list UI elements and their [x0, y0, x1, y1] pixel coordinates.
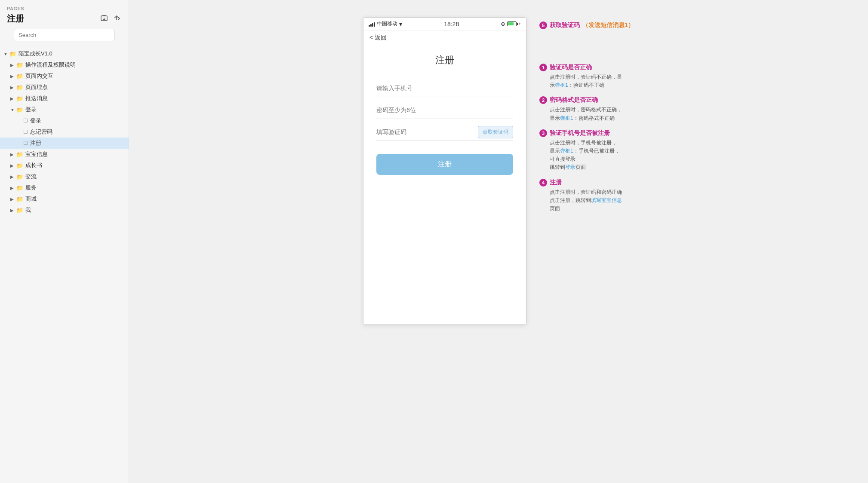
folder-icon: 📁 — [16, 84, 23, 91]
tree-arrow: ▼ — [10, 107, 16, 112]
tree-item-label: 操作流程及权限说明 — [25, 61, 129, 69]
tree-item-label: 商城 — [25, 195, 129, 203]
annotation-3-body: 点击注册时，手机号被注册， 显示弹框1：手机号已被注册， 可直接登录 跳转到登录… — [539, 139, 634, 172]
annotation-2: 2 密码格式是否正确 点击注册时，密码格式不正确， 显示弹框1：密码格式不正确 — [539, 96, 634, 122]
sidebar-item-root[interactable]: ▼ 📁 陪宝成长V1.0 — [0, 48, 129, 59]
annotation-2-circle: 2 — [539, 96, 547, 104]
annotation-3-link1[interactable]: 弹框1 — [560, 148, 573, 154]
page-icon: ☐ — [23, 140, 28, 146]
sidebar-title-row: 注册 — [7, 13, 122, 24]
folder-icon: 📁 — [16, 73, 23, 79]
annotation-4-link1[interactable]: 填写宝宝信息 — [591, 197, 622, 203]
folder-icon: 📁 — [16, 174, 23, 180]
tree-arrow: ▶ — [10, 63, 16, 67]
tree-item-label: 交流 — [25, 173, 129, 180]
page-icon: ☐ — [23, 129, 28, 135]
tree-item-label: 注册 — [30, 139, 129, 147]
sidebar-item-shop[interactable]: ▶ 📁 商城 — [0, 193, 129, 205]
annotation-5-text: 获取验证码 — [550, 21, 580, 29]
annotation-1-text: 验证码是否正确 — [550, 64, 592, 71]
tree-item-label: 我 — [25, 206, 129, 214]
phone-status-bar: 中国移动 ▾ 18:28 ⊕ + — [363, 18, 526, 31]
verify-code-row: 获取验证码 — [376, 123, 513, 141]
annotation-1-title: 1 验证码是否正确 — [539, 64, 634, 71]
password-input[interactable] — [376, 101, 513, 119]
get-code-button[interactable]: 获取验证码 — [478, 126, 513, 138]
annotation-2-link1[interactable]: 弹框1 — [560, 115, 573, 121]
tree-item-label: 忘记密码 — [30, 128, 129, 136]
annotation-1-circle: 1 — [539, 64, 547, 71]
folder-icon: 📁 — [16, 107, 23, 113]
tree-arrow: ▶ — [10, 197, 16, 202]
phone-page-title: 注册 — [376, 54, 513, 67]
annotation-1-link1[interactable]: 弹框1 — [555, 82, 568, 88]
sidebar-item-ops[interactable]: ▶ 📁 操作流程及权限说明 — [0, 59, 129, 70]
signal-bar-4 — [374, 22, 375, 27]
tree-arrow: ▶ — [10, 208, 16, 213]
sidebar: PAGES 注册 — [0, 0, 129, 483]
sidebar-item-page-interact[interactable]: ▶ 📁 页面内交互 — [0, 70, 129, 82]
tree-item-label: 页面内交互 — [25, 72, 129, 80]
tree-arrow: ▶ — [10, 85, 16, 90]
annotation-4: 4 注册 点击注册时，验证码和密码正确 点击注册，跳转到填写宝宝信息 页面 — [539, 179, 634, 213]
sidebar-item-login-group[interactable]: ▼ 📁 登录 — [0, 104, 129, 115]
navigate-icon — [113, 14, 121, 22]
globe-icon: ⊕ — [501, 21, 505, 27]
phone-mockup: 中国移动 ▾ 18:28 ⊕ + < 返回 注册 — [363, 17, 526, 325]
back-button[interactable]: < 返回 — [369, 34, 387, 41]
sidebar-item-forgot-page[interactable]: ☐ 忘记密码 — [0, 126, 129, 138]
phone-body: 注册 获取验证码 注册 — [363, 45, 526, 324]
annotation-1-body: 点击注册时，验证码不正确，显 示弹框1：验证码不正确 — [539, 73, 634, 89]
annotation-2-body: 点击注册时，密码格式不正确， 显示弹框1：密码格式不正确 — [539, 106, 634, 122]
export-icon — [100, 14, 108, 22]
sidebar-item-page-track[interactable]: ▶ 📁 页面埋点 — [0, 82, 129, 93]
sidebar-item-baby-info[interactable]: ▶ 📁 宝宝信息 — [0, 149, 129, 160]
annotation-5: 5 获取验证码 （发送短信消息1） — [539, 21, 634, 31]
tree-arrow: ▶ — [10, 152, 16, 157]
tree-item-label: 宝宝信息 — [25, 150, 129, 158]
battery-plus: + — [518, 21, 521, 26]
annotation-2-text: 密码格式是否正确 — [550, 96, 598, 104]
annotation-5-circle: 5 — [539, 21, 547, 29]
sidebar-item-service[interactable]: ▶ 📁 服务 — [0, 182, 129, 193]
time-label: 18:28 — [444, 21, 459, 28]
search-input[interactable] — [14, 29, 115, 41]
sidebar-item-push[interactable]: ▶ 📁 推送消息 — [0, 93, 129, 104]
register-button[interactable]: 注册 — [376, 154, 513, 175]
folder-icon: 📁 — [16, 151, 23, 158]
signal-bar-1 — [369, 25, 370, 27]
tree-item-label: 登录 — [30, 117, 129, 125]
signal-bar-3 — [372, 23, 373, 27]
annotation-1: 1 验证码是否正确 点击注册时，验证码不正确，显 示弹框1：验证码不正确 — [539, 64, 634, 89]
tree-item-label: 陪宝成长V1.0 — [18, 50, 129, 58]
folder-icon: 📁 — [16, 185, 23, 191]
annotation-3-circle: 3 — [539, 129, 547, 137]
export-button[interactable] — [99, 13, 109, 24]
tree-item-label: 成长书 — [25, 162, 129, 169]
status-left: 中国移动 ▾ — [369, 20, 402, 28]
sidebar-item-login-page[interactable]: ☐ 登录 — [0, 115, 129, 126]
tree-arrow: ▼ — [3, 52, 9, 56]
sidebar-title: 注册 — [7, 13, 24, 24]
tree-arrow: ▶ — [10, 74, 16, 79]
tree-item-label: 页面埋点 — [25, 83, 129, 91]
signal-bars — [369, 21, 375, 27]
navigate-button[interactable] — [112, 13, 122, 24]
annotation-3-link2[interactable]: 登录 — [565, 164, 576, 170]
sidebar-item-growth-book[interactable]: ▶ 📁 成长书 — [0, 160, 129, 171]
annotation-2-title: 2 密码格式是否正确 — [539, 96, 634, 104]
annotation-4-text: 注册 — [550, 179, 562, 186]
canvas-area: 中国移动 ▾ 18:28 ⊕ + < 返回 注册 — [363, 17, 634, 325]
sidebar-item-register-page[interactable]: ☐ 注册 — [0, 138, 129, 149]
tree-item-label: 推送消息 — [25, 95, 129, 102]
annotation-5-title: 5 获取验证码 （发送短信消息1） — [539, 21, 634, 29]
verify-code-input[interactable] — [376, 123, 478, 141]
sidebar-item-exchange[interactable]: ▶ 📁 交流 — [0, 171, 129, 182]
sidebar-item-me[interactable]: ▶ 📁 我 — [0, 205, 129, 216]
tree-arrow: ▶ — [10, 174, 16, 179]
phone-number-input[interactable] — [376, 79, 513, 97]
main-content: 中国移动 ▾ 18:28 ⊕ + < 返回 注册 — [129, 0, 868, 483]
phone-nav[interactable]: < 返回 — [363, 31, 526, 45]
carrier-label: 中国移动 — [377, 20, 397, 28]
battery-fill — [508, 22, 514, 25]
